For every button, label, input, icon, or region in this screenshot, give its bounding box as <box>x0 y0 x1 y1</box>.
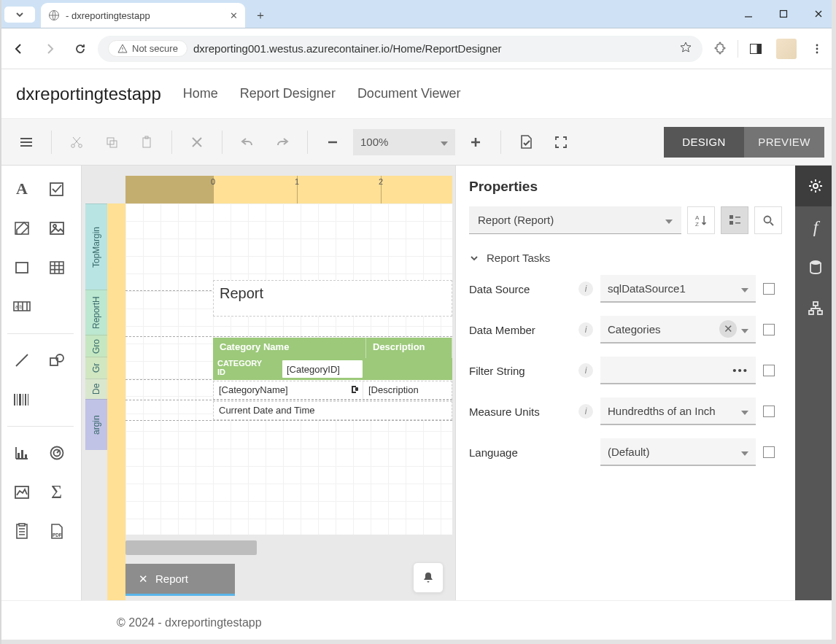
ellipsis-icon[interactable]: ••• <box>732 364 748 376</box>
ruler-vertical[interactable] <box>107 203 125 600</box>
url-omnibox[interactable]: Not secure <box>98 36 703 62</box>
rail-fieldlist[interactable] <box>795 247 836 288</box>
extensions-icon[interactable] <box>707 36 733 62</box>
not-secure-badge[interactable]: Not secure <box>108 40 187 57</box>
section-report-tasks[interactable]: Report Tasks <box>469 244 782 275</box>
report-title-cell[interactable]: Report <box>213 280 452 317</box>
band-groupheader[interactable]: Gro <box>85 335 107 357</box>
table-tool[interactable] <box>41 253 73 282</box>
search-properties-button[interactable] <box>754 206 782 234</box>
column-header-row[interactable]: Category Name Description <box>213 338 452 358</box>
detail-description[interactable]: [Description <box>363 381 452 399</box>
delete-button[interactable] <box>182 128 212 157</box>
window-minimize-icon[interactable] <box>731 0 766 28</box>
sparkline-tool[interactable] <box>6 478 38 507</box>
rail-properties[interactable] <box>795 166 836 206</box>
line-tool[interactable] <box>6 346 38 375</box>
nav-forward-button[interactable] <box>36 36 63 62</box>
window-close-icon[interactable] <box>801 0 836 28</box>
band-topmargin[interactable]: TopMargin <box>85 203 107 290</box>
undo-button[interactable] <box>233 128 262 157</box>
new-tab-button[interactable]: ＋ <box>249 8 271 23</box>
cut-button[interactable] <box>62 128 91 157</box>
validate-button[interactable] <box>511 128 541 157</box>
chart-tool[interactable] <box>6 438 38 468</box>
fav-datamember[interactable] <box>763 324 775 335</box>
richtext-tool[interactable] <box>6 214 38 243</box>
label-tool[interactable]: A <box>6 174 38 203</box>
field-measureunits[interactable]: Hundredths of an Inch <box>600 397 756 425</box>
preview-tab[interactable]: PREVIEW <box>744 127 824 158</box>
subreport-tool[interactable] <box>6 517 38 546</box>
field-datamember[interactable]: Categories ✕ <box>600 316 756 344</box>
fav-measureunits[interactable] <box>763 406 775 417</box>
info-icon[interactable]: i <box>578 404 593 419</box>
band-detail[interactable]: De <box>85 379 107 399</box>
barcode-tool[interactable] <box>6 385 38 414</box>
redo-button[interactable] <box>268 128 297 157</box>
report-tab[interactable]: ✕ Report <box>125 564 235 596</box>
design-tab[interactable]: DESIGN <box>664 127 744 158</box>
info-icon[interactable]: i <box>578 322 593 337</box>
checkbox-tool[interactable] <box>41 174 73 203</box>
zoom-select[interactable]: 100% <box>353 129 455 155</box>
report-surface[interactable]: Report Category Name Description CATEGOR… <box>125 203 452 535</box>
picturebox-tool[interactable] <box>41 214 73 243</box>
notifications-button[interactable] <box>413 562 444 593</box>
tab-list-button[interactable] <box>4 7 35 23</box>
col-category-name[interactable]: Category Name <box>213 338 366 358</box>
clear-icon[interactable]: ✕ <box>719 320 737 338</box>
detail-categoryname[interactable]: [CategoryName] <box>214 381 363 399</box>
profile-avatar[interactable] <box>773 36 800 62</box>
menu-button[interactable] <box>12 128 41 157</box>
star-icon[interactable] <box>679 41 692 56</box>
object-selector[interactable]: Report (Report) <box>469 206 681 234</box>
rail-reportexplorer[interactable] <box>795 288 836 329</box>
nav-back-button[interactable] <box>6 36 32 62</box>
shape-tool[interactable] <box>41 346 73 375</box>
close-icon[interactable]: ✕ <box>139 573 148 586</box>
band-group[interactable]: Gr <box>85 357 107 379</box>
panel-tool[interactable] <box>6 253 38 282</box>
group-field[interactable]: [CategoryID] <box>282 360 363 378</box>
zoom-in-button[interactable] <box>461 128 490 157</box>
pagefooter-datetime[interactable]: Current Date and Time <box>213 401 452 420</box>
fullscreen-button[interactable] <box>546 128 576 157</box>
browser-tab[interactable]: - dxreportingtestapp ✕ <box>41 3 245 28</box>
copy-button[interactable] <box>97 128 126 157</box>
charactercomb-tool[interactable]: a b <box>6 292 38 322</box>
nav-home[interactable]: Home <box>183 86 218 101</box>
horizontal-scrollbar[interactable] <box>125 540 257 555</box>
gauge-tool[interactable] <box>41 438 73 468</box>
url-input[interactable] <box>193 42 673 55</box>
paste-button[interactable] <box>132 128 161 157</box>
ruler-horizontal[interactable]: 0 1 2 <box>213 176 452 203</box>
fav-datasource[interactable] <box>763 283 775 295</box>
col-description[interactable]: Description <box>366 338 452 358</box>
field-filterstring[interactable]: ••• <box>600 357 756 384</box>
band-reportheader[interactable]: ReportH <box>85 290 107 335</box>
brand-title[interactable]: dxreportingtestapp <box>16 84 161 104</box>
nav-report-designer[interactable]: Report Designer <box>240 86 336 101</box>
zoom-out-button[interactable] <box>318 128 347 157</box>
tab-close-icon[interactable]: ✕ <box>230 10 238 21</box>
nav-document-viewer[interactable]: Document Viewer <box>357 86 461 101</box>
window-maximize-icon[interactable] <box>766 0 801 28</box>
detail-row[interactable]: [CategoryName] [Description <box>213 381 452 400</box>
browser-menu-icon[interactable] <box>804 36 830 62</box>
pdfcontent-tool[interactable]: PDF <box>41 517 73 546</box>
sort-category-button[interactable] <box>721 206 748 234</box>
rail-expressions[interactable]: f <box>795 206 836 247</box>
design-canvas[interactable]: 0 1 2 TopMargin ReportH Gro Gr De argin … <box>82 166 456 600</box>
pivotgrid-tool[interactable]: Σ <box>41 478 73 507</box>
fav-filterstring[interactable] <box>763 365 775 376</box>
side-panel-icon[interactable] <box>743 36 769 62</box>
sort-alpha-button[interactable]: AZ <box>687 206 715 234</box>
nav-reload-button[interactable] <box>67 36 93 62</box>
fav-language[interactable] <box>763 446 775 458</box>
group-row[interactable]: CATEGORYID [CategoryID] <box>213 358 452 380</box>
info-icon[interactable]: i <box>578 363 593 378</box>
info-icon[interactable]: i <box>578 282 593 296</box>
field-language[interactable]: (Default) <box>600 438 756 466</box>
field-datasource[interactable]: sqlDataSource1 <box>600 275 756 303</box>
